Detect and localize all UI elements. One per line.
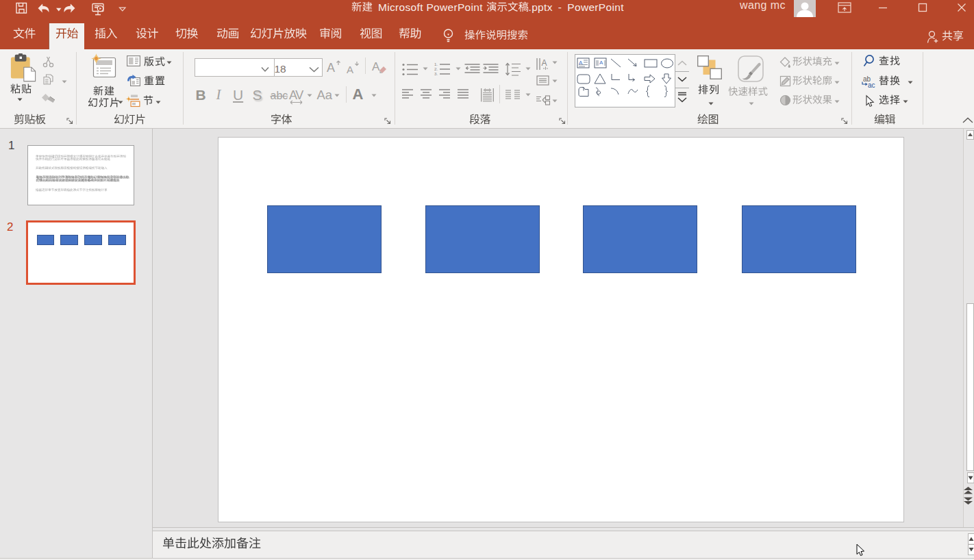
- svg-text:A: A: [599, 60, 603, 66]
- svg-text:2.: 2.: [434, 66, 438, 71]
- svg-text:1.: 1.: [434, 62, 438, 66]
- svg-text:ac: ac: [868, 81, 875, 89]
- svg-text:A: A: [542, 58, 547, 68]
- svg-text:3.: 3.: [434, 71, 438, 76]
